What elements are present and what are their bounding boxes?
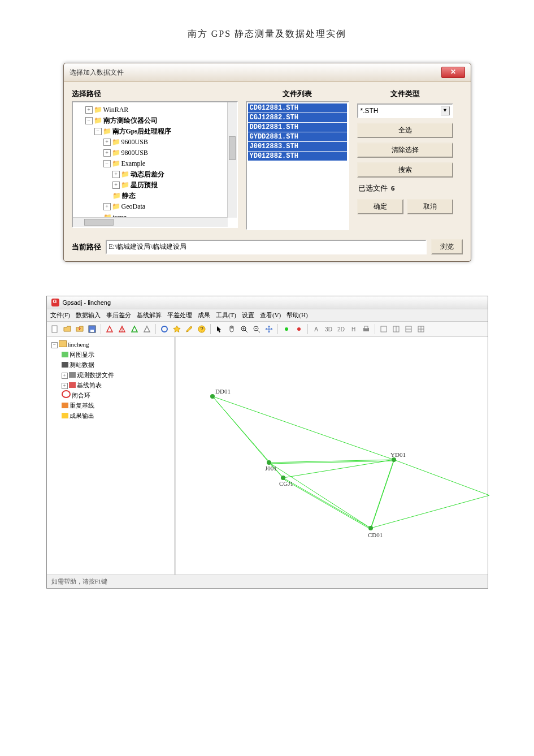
collapse-icon[interactable]: − (94, 128, 102, 135)
print-icon[interactable] (361, 323, 372, 335)
tree-item[interactable]: 网图显示 (70, 351, 94, 358)
help-icon[interactable]: ? (196, 323, 207, 335)
clear-selection-button[interactable]: 清除选择 (357, 142, 453, 158)
file-item[interactable]: CD012881.STH (248, 103, 347, 113)
scroll-thumb[interactable] (229, 136, 236, 160)
file-list[interactable]: CD012881.STH CGJ12882.STH DD012881.STH G… (246, 101, 349, 230)
expand-icon[interactable]: + (112, 182, 120, 189)
tree-item[interactable]: 9800USB (121, 149, 148, 157)
node-green-icon[interactable] (281, 323, 292, 335)
new-icon[interactable] (49, 323, 60, 335)
tree-root[interactable]: lincheng (68, 341, 89, 348)
file-type-select[interactable]: *.STH ▼ (357, 103, 453, 118)
node-label: YD01 (390, 451, 406, 458)
tree-item[interactable]: 星历预报 (131, 181, 158, 189)
side-panel[interactable]: −lincheng 网图显示 测站数据 +观测数据文件 +基线简表 闭合环 重复… (47, 337, 175, 574)
h-icon[interactable]: H (348, 323, 359, 335)
2d-icon[interactable]: 2D (336, 323, 347, 335)
file-item[interactable]: CGJ12882.STH (248, 113, 347, 122)
tree-item[interactable]: Example (121, 159, 146, 167)
tree-item[interactable]: 9600USB (121, 138, 148, 146)
map-canvas[interactable]: DD01 J001 CGJ1 YD01 CD01 (175, 337, 488, 574)
tree-item[interactable]: 观测数据文件 (77, 371, 114, 378)
triangle-red-icon[interactable] (104, 323, 115, 335)
triangle-green-icon[interactable] (129, 323, 140, 335)
dialog-titlebar[interactable]: 选择加入数据文件 ✕ (64, 63, 471, 82)
cancel-button[interactable]: 取消 (407, 199, 453, 214)
save-icon[interactable] (86, 323, 98, 335)
zoom-in-icon[interactable] (238, 323, 250, 335)
select-all-button[interactable]: 全选 (357, 123, 453, 138)
menu-post-diff[interactable]: 事后差分 (106, 311, 131, 319)
output-icon (62, 413, 68, 418)
circle-blue-icon[interactable] (159, 323, 170, 335)
triangle-red2-icon[interactable] (116, 323, 128, 335)
menu-view[interactable]: 查看(V) (260, 311, 281, 319)
hand-icon[interactable] (226, 323, 237, 335)
menu-result[interactable]: 成果 (198, 311, 210, 319)
triangle-white-icon[interactable] (141, 323, 153, 335)
star-icon[interactable] (171, 323, 183, 335)
current-path-input[interactable]: E:\临城建设局\临城建设局 (106, 240, 427, 254)
win4-icon[interactable] (415, 323, 427, 335)
menu-data-input[interactable]: 数据输入 (76, 311, 101, 319)
tree-item[interactable]: WinRAR (103, 106, 129, 114)
3d-icon[interactable]: 3D (323, 323, 335, 335)
expand-icon[interactable]: + (62, 383, 68, 389)
arrow-icon (69, 382, 76, 388)
menu-settings[interactable]: 设置 (242, 311, 254, 319)
folder-tree[interactable]: +📁WinRAR −📁南方测绘仪器公司 −📁南方Gps后处理程序 +📁9600U… (72, 101, 238, 228)
browse-button[interactable]: 浏览 (431, 239, 463, 254)
dropdown-arrow-icon[interactable]: ▼ (441, 106, 450, 115)
tree-item[interactable]: 动态后差分 (131, 170, 164, 178)
app-titlebar[interactable]: Gpsadj - lincheng (47, 296, 488, 309)
tree-item[interactable]: 闭合环 (72, 392, 90, 399)
expand-icon[interactable]: + (103, 203, 111, 210)
tree-item[interactable]: 基线简表 (77, 382, 102, 388)
close-button[interactable]: ✕ (441, 67, 465, 78)
pointer-icon[interactable] (214, 323, 225, 335)
tree-item[interactable]: 成果输出 (70, 412, 94, 419)
win3-icon[interactable] (403, 323, 414, 335)
menu-adjustment[interactable]: 平差处理 (167, 311, 192, 319)
win1-icon[interactable] (378, 323, 389, 335)
file-item[interactable]: DD012881.STH (248, 123, 347, 132)
file-item[interactable]: J0012883.STH (248, 142, 347, 151)
expand-icon[interactable]: + (103, 149, 111, 157)
expand-icon[interactable]: + (85, 106, 93, 114)
vertical-scrollbar[interactable] (227, 102, 237, 218)
expand-icon[interactable]: + (62, 373, 68, 379)
open-icon[interactable] (62, 323, 73, 335)
move-icon[interactable] (263, 323, 275, 335)
file-item[interactable]: GYDD2881.STH (248, 132, 347, 141)
search-button[interactable]: 搜索 (357, 162, 453, 178)
node-label: CGJ1 (279, 480, 293, 487)
tree-item[interactable]: 静态 (122, 192, 136, 200)
collapse-icon[interactable]: − (51, 342, 58, 348)
win2-icon[interactable] (390, 323, 402, 335)
scroll-thumb[interactable] (84, 219, 114, 226)
tree-item[interactable]: 南方Gps后处理程序 (112, 127, 172, 135)
expand-icon[interactable]: + (112, 171, 120, 178)
loop-icon (62, 390, 71, 398)
tree-item[interactable]: 测站数据 (70, 361, 94, 368)
node-red-icon[interactable] (293, 323, 305, 335)
zoom-out-icon[interactable] (251, 323, 262, 335)
menu-file[interactable]: 文件(F) (50, 311, 70, 319)
menu-tools[interactable]: 工具(T) (216, 311, 236, 319)
ok-button[interactable]: 确定 (357, 199, 403, 214)
text-icon[interactable]: A (311, 323, 322, 335)
expand-icon[interactable]: + (103, 139, 111, 146)
import-icon[interactable] (74, 323, 85, 335)
svg-point-14 (285, 327, 288, 331)
collapse-icon[interactable]: − (85, 117, 93, 124)
horizontal-scrollbar[interactable] (73, 217, 228, 227)
tree-item[interactable]: 南方测绘仪器公司 (103, 116, 158, 124)
tree-item[interactable]: GeoData (121, 202, 146, 210)
tree-item[interactable]: 重复基线 (70, 402, 94, 409)
file-item[interactable]: YD012882.STH (248, 152, 347, 161)
menu-help[interactable]: 帮助(H) (286, 311, 307, 319)
pencil-icon[interactable] (184, 323, 195, 335)
collapse-icon[interactable]: − (103, 160, 111, 167)
menu-baseline[interactable]: 基线解算 (137, 311, 162, 319)
